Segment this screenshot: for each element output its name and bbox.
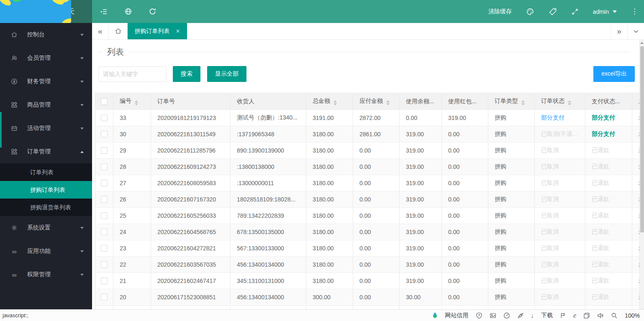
cell-ship-status: 未 (632, 289, 640, 306)
water-drop-icon[interactable] (432, 312, 438, 319)
tab-groupbuy-order-list[interactable]: 拼购订单列表 ✕ (128, 23, 187, 39)
download-label[interactable]: 下载 (541, 312, 553, 319)
show-all-button[interactable]: 显示全部 (207, 66, 246, 82)
site-credit-label[interactable]: 网站信用 (445, 312, 469, 319)
cell-id: 28 (113, 159, 151, 175)
cell-order-status: 已取消 (535, 289, 585, 306)
cell-order-no: 202006221613011549 (151, 126, 231, 143)
tabs-scroll-right-button[interactable]: » (611, 23, 627, 39)
user-menu[interactable]: admin (593, 8, 617, 15)
clear-cache-button[interactable]: 清除缓存 (488, 8, 512, 15)
row-checkbox[interactable] (101, 261, 108, 268)
excel-export-button[interactable]: excel导出 (593, 66, 635, 82)
vertical-scrollbar[interactable] (639, 40, 644, 309)
sort-icon[interactable] (521, 100, 525, 105)
tabs-menu-button[interactable] (627, 23, 644, 39)
tag-icon[interactable] (549, 8, 557, 16)
close-icon[interactable]: ✕ (176, 28, 180, 34)
row-checkbox[interactable] (101, 163, 108, 170)
search-zoom-icon[interactable] (611, 312, 618, 319)
cell-order-type: 拼购 (488, 159, 535, 175)
fullscreen-icon[interactable] (571, 8, 579, 15)
sidebar-item-goods[interactable]: 商品管理 (0, 93, 92, 117)
cell-order-status: 已取消(不退... (535, 126, 585, 143)
column-header: 使用红包... (442, 93, 488, 110)
cell-order-type: 拼购 (488, 289, 535, 306)
sidebar-item-system[interactable]: 系统设置 (0, 216, 92, 239)
search-input[interactable] (98, 66, 167, 82)
tab-bar: « 拼购订单列表 ✕ » (92, 23, 644, 40)
column-header[interactable]: 订单类型 (488, 93, 535, 110)
sidebar-item-permissions[interactable]: ∞ 权限管理 (0, 263, 92, 286)
column-header[interactable]: 总金额 (306, 93, 353, 110)
sidebar-item-orders[interactable]: 订单管理 (0, 140, 92, 163)
chevron-up-icon (80, 151, 84, 153)
column-header: 收货人 (231, 93, 306, 110)
scrollbar-up-arrow[interactable] (640, 40, 644, 46)
column-header: 订单号 (151, 93, 231, 110)
row-checkbox[interactable] (101, 115, 108, 121)
cell-total-amount: 3180.00 (306, 240, 353, 257)
column-header[interactable]: 应付金额 (353, 93, 400, 110)
cell-order-type: 拼购 (488, 208, 535, 224)
tabs-scroll-left-button[interactable]: « (92, 23, 109, 39)
sidebar-item-finance[interactable]: 财务管理 (0, 70, 92, 93)
globe-icon[interactable] (124, 8, 132, 15)
sort-icon[interactable] (334, 100, 337, 105)
cell-id: 25 (113, 208, 151, 224)
image-icon[interactable] (490, 312, 496, 319)
row-checkbox[interactable] (101, 294, 108, 301)
sidebar-item-members[interactable]: 会员管理 (0, 46, 92, 70)
tab-home-button[interactable] (109, 23, 128, 39)
sidebar-item-apps[interactable]: ∞ 应用功能 (0, 239, 92, 263)
more-menu-icon[interactable]: ⋮ (631, 8, 638, 15)
column-header[interactable]: 订单状态 (535, 93, 585, 110)
cell-total-amount: 300.00 (306, 289, 353, 306)
grid-icon (10, 148, 18, 155)
cell-ship-status: 未 (632, 110, 640, 126)
sort-icon[interactable] (135, 100, 138, 105)
sidebar-item-groupbuy-return-list[interactable]: 拼购退货单列表 (0, 199, 92, 216)
sidebar-item-groupbuy-order-list[interactable]: 拼购订单列表 (0, 181, 92, 199)
speaker-icon[interactable] (597, 312, 604, 319)
row-checkbox[interactable] (101, 147, 108, 154)
logo-partial-text: 天 (71, 0, 74, 23)
cell-order-status[interactable]: 部分支付 (535, 110, 585, 126)
search-button[interactable]: 搜索 (173, 66, 200, 82)
table-row: 20202006171523008851456:13400134000300.0… (95, 289, 640, 306)
sort-icon[interactable] (386, 100, 390, 105)
window-layout-icon[interactable] (583, 312, 590, 319)
row-checkbox[interactable] (101, 229, 108, 235)
cell-id: 24 (113, 224, 151, 240)
cell-receiver: 890:13000130000 (231, 306, 306, 310)
speed-gauge-icon[interactable] (503, 312, 510, 319)
theme-palette-icon[interactable] (526, 8, 534, 16)
zoom-level[interactable]: 100% (625, 312, 640, 319)
flag-icon[interactable] (560, 312, 566, 319)
column-header[interactable]: 编号 (113, 93, 151, 110)
cell-order-type: 拼购 (488, 257, 535, 273)
cell-balance-used: 319.00 (400, 159, 442, 175)
sidebar-item-activity[interactable]: 活动管理 (0, 117, 92, 140)
collapse-sidebar-icon[interactable] (100, 8, 108, 16)
shield-icon[interactable] (476, 312, 482, 319)
row-checkbox[interactable] (101, 278, 108, 284)
site-logo[interactable] (0, 0, 71, 23)
sidebar-item-console[interactable]: 控制台 (0, 23, 92, 46)
ie-icon[interactable]: e (573, 312, 576, 319)
down-arrow-icon[interactable]: ↓ (531, 312, 534, 319)
row-checkbox[interactable] (101, 212, 108, 219)
row-checkbox[interactable] (101, 245, 108, 252)
select-all-checkbox[interactable] (101, 98, 108, 105)
row-checkbox[interactable] (101, 180, 108, 186)
search-toolbar: 搜索 显示全部 excel导出 (98, 66, 635, 82)
cell-payable-amount: 0.00 (353, 224, 400, 240)
row-checkbox[interactable] (101, 196, 108, 203)
row-checkbox[interactable] (101, 131, 108, 138)
sort-icon[interactable] (568, 100, 571, 105)
ticket-icon (10, 125, 18, 132)
rocket-icon[interactable] (517, 312, 524, 319)
refresh-icon[interactable] (149, 8, 157, 15)
scrollbar-thumb[interactable] (640, 46, 644, 232)
sidebar-item-order-list[interactable]: 订单列表 (0, 163, 92, 181)
